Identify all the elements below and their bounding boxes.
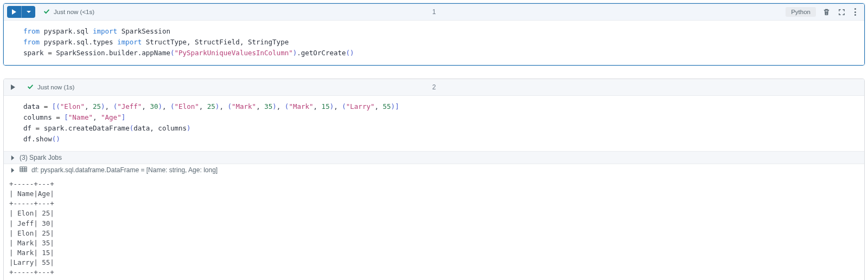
spark-jobs-row[interactable]: (3) Spark Jobs <box>4 152 864 164</box>
dataframe-schema-label: df: pyspark.sql.dataframe.DataFrame = [N… <box>31 166 218 174</box>
cell-number: 2 <box>432 83 436 91</box>
text-output: +-----+---+ | Name|Age| +-----+---+ | El… <box>4 176 864 280</box>
delete-button[interactable] <box>821 7 831 17</box>
table-icon <box>20 166 27 174</box>
cell-2: Just now (1s) 2 data = [("Elon", 25), ("… <box>3 79 865 280</box>
expand-button[interactable] <box>837 7 846 17</box>
run-menu-button[interactable] <box>21 6 35 18</box>
cell-1: Just now (<1s) 1 Python from pyspark.sql… <box>3 3 865 66</box>
caret-right-icon <box>10 155 15 160</box>
cell-status: Just now (1s) <box>27 83 74 92</box>
play-icon <box>10 84 16 90</box>
success-check-icon <box>27 83 34 92</box>
run-button[interactable] <box>7 6 21 18</box>
status-text: Just now (<1s) <box>54 9 94 15</box>
svg-rect-0 <box>20 167 27 172</box>
dataframe-schema-row[interactable]: df: pyspark.sql.dataframe.DataFrame = [N… <box>4 164 864 176</box>
cell-header-right: Python <box>786 7 859 17</box>
caret-right-icon <box>10 168 15 173</box>
cell-header: Just now (1s) 2 <box>4 79 864 96</box>
run-button-group <box>7 6 35 18</box>
success-check-icon <box>43 8 50 16</box>
code-editor[interactable]: data = [("Elon", 25), ("Jeff", 30), ("El… <box>4 96 864 151</box>
status-text: Just now (1s) <box>37 84 74 90</box>
language-badge[interactable]: Python <box>786 7 816 17</box>
cell-header: Just now (<1s) 1 Python <box>4 4 864 21</box>
output-section: (3) Spark Jobs df: pyspark.sql.dataframe… <box>4 151 864 280</box>
kebab-dot <box>854 14 856 16</box>
code-editor[interactable]: from pyspark.sql import SparkSession fro… <box>4 21 864 65</box>
play-icon <box>11 9 17 15</box>
expand-icon <box>838 8 846 16</box>
chevron-down-icon <box>26 9 31 15</box>
cell-status: Just now (<1s) <box>43 8 94 16</box>
run-button[interactable] <box>7 81 19 93</box>
cell-number: 1 <box>432 8 436 16</box>
kebab-dot <box>854 11 856 13</box>
more-menu-button[interactable] <box>852 7 859 17</box>
kebab-dot <box>854 8 856 10</box>
trash-icon <box>822 8 831 16</box>
spark-jobs-label: (3) Spark Jobs <box>20 154 62 161</box>
